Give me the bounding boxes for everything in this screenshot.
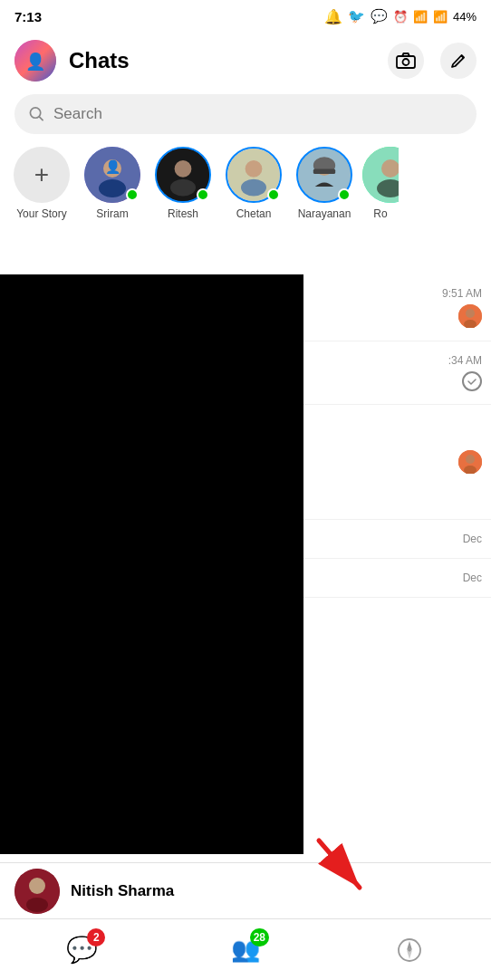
- red-arrow: [310, 831, 382, 904]
- messenger-icon: 💬: [371, 8, 388, 24]
- notification-icon: 🔔: [324, 8, 342, 25]
- bottom-avatar: [14, 869, 60, 914]
- chat-row-4[interactable]: Dec: [303, 520, 491, 559]
- svg-point-23: [466, 309, 475, 318]
- search-icon: [29, 106, 44, 122]
- story-item-ro[interactable]: Ro: [362, 147, 399, 220]
- bottom-name-text: Nitish Sharma: [71, 882, 174, 900]
- nav-people[interactable]: 👥 28: [209, 919, 282, 980]
- chat-list-right: 9:51 AM :34 AM Dec Dec: [303, 274, 491, 862]
- svg-rect-2: [397, 56, 415, 68]
- search-bar[interactable]: [14, 94, 477, 134]
- profile-avatar[interactable]: 👤: [14, 40, 56, 82]
- svg-point-13: [246, 160, 263, 178]
- svg-point-3: [403, 59, 409, 65]
- online-indicator-chetan: [267, 188, 280, 201]
- story-avatar-ro[interactable]: [362, 147, 399, 203]
- status-bar: 7:13 🔔 🐦 💬 ⏰ 📶 📶 44%: [0, 0, 491, 33]
- svg-rect-18: [313, 168, 335, 174]
- svg-point-30: [26, 898, 48, 912]
- online-indicator-sriram: [126, 188, 139, 201]
- chat-status-check: [462, 371, 482, 391]
- search-input[interactable]: [53, 105, 462, 123]
- story-label-narayanan: Narayanan: [298, 207, 351, 220]
- chat-time-4: Dec: [463, 533, 482, 545]
- compose-button[interactable]: [440, 43, 477, 79]
- chat-time-5: Dec: [463, 572, 482, 584]
- status-icons: 🔔 🐦 💬 ⏰ 📶 📶 44%: [324, 8, 477, 25]
- story-item-ritesh[interactable]: Ritesh: [150, 147, 216, 220]
- bottom-name-bar: Nitish Sharma: [0, 862, 491, 918]
- header-actions: [388, 43, 477, 79]
- people-badge: 28: [250, 928, 269, 946]
- app-title: Chats: [69, 48, 388, 73]
- signal-icon: 📶: [433, 10, 448, 24]
- battery-text: 44%: [453, 10, 477, 24]
- bottom-nav: 💬 2 👥 28: [0, 918, 491, 980]
- wifi-icon: 📶: [413, 10, 428, 24]
- chat-avatar-small-3: [458, 450, 482, 474]
- nav-chats[interactable]: 💬 2: [45, 919, 118, 980]
- chat-row-1[interactable]: 9:51 AM: [303, 274, 491, 341]
- red-arrow-container: [310, 831, 382, 908]
- chat-row-2[interactable]: :34 AM: [303, 341, 491, 405]
- story-item-sriram[interactable]: 👤 Sriram: [80, 147, 145, 220]
- stories-row: + Your Story 👤 Sriram: [0, 143, 491, 227]
- status-time: 7:13: [14, 9, 42, 24]
- nav-discover[interactable]: [373, 919, 446, 980]
- header: 👤 Chats: [0, 33, 491, 89]
- twitter-icon: 🐦: [348, 8, 365, 24]
- chat-badge: 2: [87, 928, 105, 946]
- chat-avatar-small-1: [458, 304, 482, 328]
- story-item-narayanan[interactable]: Narayanan: [292, 147, 357, 220]
- add-story-button[interactable]: +: [14, 147, 70, 203]
- camera-button[interactable]: [388, 43, 424, 79]
- svg-point-29: [29, 878, 45, 894]
- chat-time-1: 9:51 AM: [442, 287, 482, 300]
- chat-time-2: :34 AM: [448, 354, 482, 367]
- chat-row-3[interactable]: [303, 405, 491, 520]
- story-label-ritesh: Ritesh: [168, 207, 198, 220]
- alarm-icon: ⏰: [393, 10, 408, 24]
- svg-text:👤: 👤: [105, 159, 121, 175]
- svg-point-14: [241, 179, 266, 197]
- story-label-chetan: Chetan: [236, 207, 272, 220]
- svg-point-26: [466, 455, 475, 464]
- svg-point-10: [175, 160, 192, 178]
- story-label-ro: Ro: [373, 207, 387, 220]
- svg-point-7: [99, 179, 126, 197]
- chat-row-5[interactable]: Dec: [303, 559, 491, 598]
- svg-point-11: [170, 179, 196, 197]
- online-indicator-ritesh: [197, 188, 209, 201]
- compass-icon: [397, 937, 422, 963]
- story-item-chetan[interactable]: Chetan: [221, 147, 286, 220]
- story-label-sriram: Sriram: [96, 207, 128, 220]
- black-overlay: [0, 274, 303, 854]
- story-item-your-story[interactable]: + Your Story: [9, 147, 74, 220]
- svg-text:👤: 👤: [25, 52, 46, 72]
- online-indicator-narayanan: [338, 188, 351, 201]
- story-label-your-story: Your Story: [16, 207, 67, 220]
